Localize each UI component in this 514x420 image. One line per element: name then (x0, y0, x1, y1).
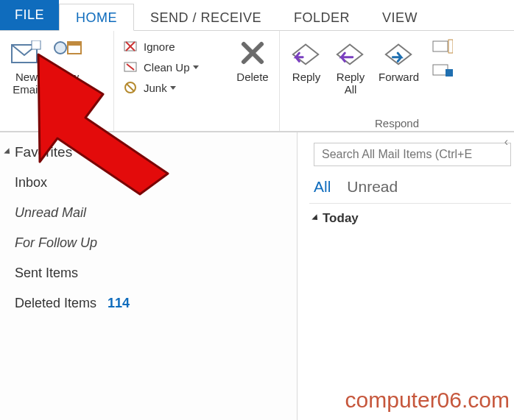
junk-icon (123, 79, 139, 96)
new-items-button[interactable]: New Items (47, 35, 88, 98)
ignore-icon (123, 38, 139, 54)
filter-all[interactable]: All (314, 178, 331, 196)
group-new: New Email New Items New (0, 31, 114, 131)
ignore-button[interactable]: Ignore (120, 37, 202, 56)
filter-unread[interactable]: Unread (347, 178, 398, 196)
junk-button[interactable]: Junk (120, 78, 202, 97)
new-email-icon (10, 37, 43, 69)
svg-rect-14 (433, 41, 448, 51)
new-email-button[interactable]: New Email (6, 35, 47, 98)
meeting-icon[interactable] (432, 38, 454, 56)
favorites-header[interactable]: Favorites (4, 138, 292, 168)
search-input[interactable] (314, 143, 511, 166)
filter-row: All Unread (298, 175, 514, 203)
tab-strip: FILE HOME SEND / RECEIVE FOLDER VIEW (0, 0, 514, 31)
clean-up-button[interactable]: Clean Up (120, 57, 202, 76)
nav-item-inbox[interactable]: Inbox (4, 168, 292, 198)
list-pane: All Unread Today (298, 132, 514, 420)
nav-item-for-follow-up[interactable]: For Follow Up (4, 228, 292, 258)
tab-view[interactable]: VIEW (366, 4, 434, 30)
expand-icon (311, 214, 320, 222)
more-respond-icon[interactable] (432, 62, 454, 79)
delete-icon (236, 37, 269, 69)
reply-all-button[interactable]: Reply All (330, 35, 371, 98)
nav-item-deleted-items[interactable]: Deleted Items 114 (4, 288, 292, 318)
forward-button[interactable]: Forward (374, 35, 423, 85)
new-items-label: New Items (54, 71, 82, 96)
reply-label: Reply (292, 71, 320, 83)
nav-pane: Favorites Inbox Unread Mail For Follow U… (0, 132, 298, 420)
delete-button[interactable]: Delete (232, 35, 273, 85)
favorites-label: Favorites (15, 144, 72, 160)
svg-rect-4 (68, 42, 81, 46)
tab-send-receive[interactable]: SEND / RECEIVE (134, 4, 278, 30)
forward-label: Forward (379, 71, 419, 83)
ignore-label: Ignore (144, 40, 175, 53)
delete-label: Delete (236, 71, 268, 83)
content-columns: ‹ Favorites Inbox Unread Mail For Follow… (0, 132, 514, 420)
dropdown-icon (170, 86, 176, 90)
nav-item-unread-mail[interactable]: Unread Mail (4, 198, 292, 228)
ribbon: New Email New Items New (0, 31, 514, 132)
group-respond-label: Respond (286, 115, 508, 129)
tab-home[interactable]: HOME (59, 4, 134, 31)
svg-rect-15 (448, 40, 453, 53)
clean-up-label: Clean Up (144, 61, 190, 74)
tab-folder[interactable]: FOLDER (278, 4, 366, 30)
nav-item-sent-items[interactable]: Sent Items (4, 258, 292, 288)
reply-icon (290, 37, 323, 69)
clean-up-icon (123, 59, 139, 75)
svg-line-11 (127, 84, 134, 91)
deleted-items-label: Deleted Items (15, 296, 96, 310)
new-email-label: New Email (13, 71, 41, 96)
reply-all-icon (334, 37, 367, 69)
svg-rect-17 (446, 69, 453, 76)
tab-file[interactable]: FILE (0, 0, 59, 30)
junk-label: Junk (144, 82, 167, 94)
collapse-navpane-icon[interactable]: ‹ (504, 135, 508, 149)
new-items-icon (52, 37, 84, 69)
expand-icon (4, 148, 12, 156)
date-group-today[interactable]: Today (309, 203, 511, 233)
reply-all-label: Reply All (337, 71, 365, 96)
reply-button[interactable]: Reply (286, 35, 327, 85)
deleted-items-count: 114 (108, 296, 130, 310)
svg-rect-1 (32, 40, 41, 49)
watermark: computer06.com (345, 388, 510, 413)
date-group-label: Today (323, 211, 359, 226)
group-new-label: New (6, 115, 108, 129)
dropdown-icon (193, 65, 199, 69)
group-delete: Ignore Clean Up Junk (114, 31, 280, 131)
svg-point-2 (54, 42, 66, 54)
forward-icon (383, 37, 415, 69)
group-respond: Reply Reply All Forward (280, 31, 514, 131)
